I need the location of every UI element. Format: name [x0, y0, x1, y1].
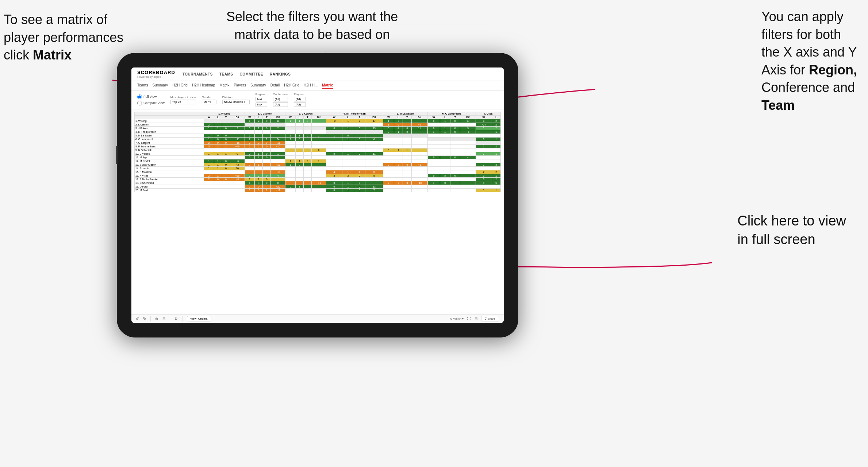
region-select-1[interactable]: N/A — [256, 97, 267, 101]
tab-matrix-active[interactable]: Matrix — [322, 82, 333, 89]
tab-detail[interactable]: Detail — [270, 82, 280, 89]
nav-rankings[interactable]: RANKINGS — [270, 72, 291, 76]
pointer-icon[interactable]: ⊕ — [155, 317, 158, 321]
view-type-radio: Full View Compact View — [137, 94, 165, 105]
nav-tournaments[interactable]: TOURNAMENTS — [183, 72, 213, 76]
col-1-ding: 1. W Ding — [204, 112, 245, 116]
tab-summary2[interactable]: Summary — [250, 82, 266, 89]
table-row: 17. S De La Fuente200−811002 — [135, 178, 501, 181]
players-filter: Players (All) (All) — [294, 93, 306, 107]
filter-row: Full View Compact View Max players in vi… — [137, 93, 498, 107]
max-players-select[interactable]: Top 25 — [170, 100, 196, 104]
tab-h2h-grid[interactable]: H2H Grid — [172, 82, 188, 89]
table-row: 7. G Sargent200−16220−15 — [135, 141, 501, 145]
col-2-clanton: 2. L Clanton — [245, 112, 285, 116]
bottom-bar: ↺ ↻ ⊕ ⊞ ⚙ View: Original ⊙ Watch ▾ ⛶ ⊞ ⤴… — [131, 314, 504, 323]
col-6-lamp: 6. C Lamprecht — [427, 112, 476, 116]
table-row: 13. J Skov Olesen110−321−1910220−113 — [135, 163, 501, 167]
table-row: 14. J Lundin11010 — [135, 167, 501, 170]
table-row: 1. W Ding12011110−21217100101302 — [135, 119, 501, 123]
separator-1 — [150, 316, 151, 321]
tab-matrix[interactable]: Matrix — [219, 82, 229, 89]
main-nav: TOURNAMENTS TEAMS COMMITTEE RANKINGS — [183, 72, 291, 76]
region-select-2[interactable]: N/A — [256, 102, 267, 107]
annotation-bottom-right: Click here to view in full screen — [737, 212, 846, 249]
tab-h2h-grid2[interactable]: H2H Grid — [284, 82, 299, 89]
annotation-top-right: You can apply filters for both the X axi… — [761, 8, 857, 115]
table-row: 5. M La Sasso1006110110 — [135, 134, 501, 138]
undo-icon[interactable]: ↺ — [136, 317, 139, 321]
table-row: 2. L Clanton210−6−242 — [135, 123, 501, 127]
table-row: 4. M Thorbjornsen010110−61 — [135, 130, 501, 134]
col-4-thor: 4. M Thorbjornsen — [326, 112, 383, 116]
sub-header-row: WLTDif WLTDif WLTDif WLTDif WLTDif WLTDi… — [135, 116, 501, 119]
table-row: 16. K Vilips21−252204330805001 — [135, 174, 501, 178]
screen-icon[interactable]: ⛶ — [467, 317, 471, 321]
tablet-side-button — [116, 146, 118, 164]
table-row: 6. C Lamprecht100−112412410110601 — [135, 138, 501, 141]
watch-label[interactable]: ⊙ Watch ▾ — [450, 317, 464, 320]
nav-committee[interactable]: COMMITTEE — [240, 72, 264, 76]
col-7-sa: 7. G Sa — [476, 112, 500, 116]
table-row: 9. N Gabrelcik0011 — [135, 148, 501, 152]
table-row: 15. P Maichon−19411022 — [135, 170, 501, 174]
players-select-1[interactable]: (All) — [294, 97, 306, 101]
matrix-table-area: 1. W Ding 2. L Clanton 3. J Koivun 4. M … — [131, 109, 504, 314]
table-row: 10. B Valdes111001010101111 — [135, 152, 501, 156]
redo-icon[interactable]: ↻ — [143, 317, 146, 321]
table-row: 11. M Ege01010104 — [135, 156, 501, 159]
tab-h2h-h[interactable]: H2H H... — [304, 82, 318, 89]
annotation-top-center: Select the filters you want the matrix d… — [226, 8, 398, 43]
region-filter: Region N/A N/A — [256, 93, 267, 107]
separator-2 — [170, 316, 170, 321]
players-select-2[interactable]: (All) — [294, 102, 306, 107]
sub-tabs-bar: Teams Summary H2H Grid H2H Heatmap Matri… — [131, 81, 504, 90]
table-row: 3. J Koivun110201020101304011010312 — [135, 127, 501, 130]
zoom-fit-icon[interactable]: ⊞ — [162, 317, 165, 321]
table-row: 20. M Ford331−11010711 — [135, 189, 501, 192]
filters-area: Full View Compact View Max players in vi… — [131, 90, 504, 109]
annotation-top-left: To see a matrix of player performances c… — [4, 11, 123, 64]
tab-players[interactable]: Players — [234, 82, 246, 89]
view-original-button[interactable]: View: Original — [187, 316, 211, 321]
col-3-koivun: 3. J Koivun — [285, 112, 326, 116]
col-header-row: 1. W Ding 2. L Clanton 3. J Koivun 4. M … — [135, 112, 501, 116]
division-filter: Division NCAA Division I — [222, 96, 250, 104]
nav-teams[interactable]: TEAMS — [219, 72, 233, 76]
tab-summary[interactable]: Summary — [152, 82, 168, 89]
gender-select[interactable]: Men's — [202, 100, 216, 104]
table-row: 19. D Ford20−200101013 — [135, 185, 501, 189]
tablet-device: SCOREBOARD Powered by clippd TOURNAMENTS… — [117, 53, 518, 337]
scoreboard-logo: SCOREBOARD Powered by clippd — [137, 70, 175, 78]
conference-select-1[interactable]: (All) — [273, 97, 288, 101]
bottom-bar-right: ⊙ Watch ▾ ⛶ ⊞ ⤴ Share — [450, 316, 499, 321]
conference-select-2[interactable]: (All) — [273, 102, 288, 107]
tab-h2h-heatmap[interactable]: H2H Heatmap — [192, 82, 215, 89]
tablet-screen: SCOREBOARD Powered by clippd TOURNAMENTS… — [131, 67, 504, 323]
tab-teams[interactable]: Teams — [137, 82, 148, 89]
matrix-table: 1. W Ding 2. L Clanton 3. J Koivun 4. M … — [134, 112, 501, 192]
grid-icon[interactable]: ⊞ — [475, 317, 477, 321]
conference-filter: Conference (All) (All) — [273, 93, 288, 107]
gender-filter: Gender Men's — [202, 96, 216, 104]
scoreboard-header: SCOREBOARD Powered by clippd TOURNAMENTS… — [131, 67, 504, 81]
settings-icon[interactable]: ⚙ — [174, 317, 178, 321]
table-row: 8. P Summerhays521−46220−1612 — [135, 145, 501, 148]
max-players-filter: Max players in view Top 25 — [170, 96, 196, 104]
table-row: 18. C Sherwood1300−11010220−101045 — [135, 181, 501, 185]
col-5-sasso: 5. M La Sasso — [383, 112, 427, 116]
separator-3 — [182, 316, 183, 321]
table-row: 12. M Riedel110−61101 — [135, 159, 501, 163]
division-select[interactable]: NCAA Division I — [222, 100, 250, 104]
share-button[interactable]: ⤴ Share — [481, 316, 499, 321]
